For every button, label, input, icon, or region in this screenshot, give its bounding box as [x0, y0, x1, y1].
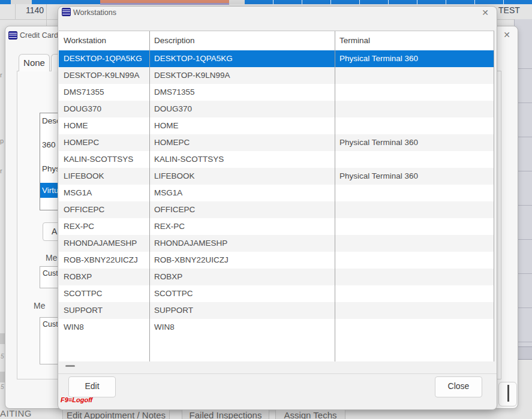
table-row[interactable]: MSG1AMSG1A: [59, 185, 494, 201]
cell-workstation: DESKTOP-1QPA5KG: [64, 54, 142, 63]
cell-description: RHONDAJAMESHP: [154, 239, 227, 248]
table-row[interactable]: DESKTOP-K9LN99ADESKTOP-K9LN99A: [59, 67, 494, 84]
table-row[interactable]: REX-PCREX-PC: [59, 218, 494, 235]
cell-workstation: HOMEPC: [64, 138, 99, 147]
status-text-waiting: AITING: [0, 408, 32, 418]
cell-workstation: KALIN-SCOTTSYS: [64, 155, 133, 164]
cell-workstation: DESKTOP-K9LN99A: [64, 71, 140, 80]
workstations-close-icon[interactable]: ✕: [480, 7, 491, 18]
table-row[interactable]: DOUG370DOUG370: [59, 101, 494, 117]
table-row[interactable]: ROB-XBNY22UICZJROB-XBNY22UICZJ: [59, 252, 494, 269]
cell-workstation: LIFEBOOK: [64, 171, 104, 180]
strip-segment: [0, 0, 11, 4]
resize-grip[interactable]: [65, 365, 75, 367]
cell-description: ROBXP: [154, 272, 182, 281]
cc-label-me-1: Me: [46, 253, 57, 263]
gutter-letter-p: p: [0, 137, 4, 144]
edit-button[interactable]: Edit: [68, 376, 116, 397]
table-row[interactable]: DMS71355DMS71355: [59, 84, 494, 101]
screen: 1140 TEST r p r 5 5 Credit Card ✕ None D…: [0, 0, 532, 419]
workstations-table-header: Workstation Description Terminal: [59, 31, 494, 51]
strip-segment: [32, 0, 100, 4]
strip-segment-underline: [100, 3, 229, 5]
strip-segment: [229, 0, 245, 4]
cell-description: SUPPORT: [154, 306, 193, 315]
table-row[interactable]: LIFEBOOKLIFEBOOKPhysical Terminal 360: [59, 168, 494, 185]
gutter-stripe-1: [0, 333, 5, 344]
cell-description: OFFICEPC: [154, 205, 195, 214]
tab-none[interactable]: None: [19, 54, 50, 71]
cell-terminal: Physical Terminal 360: [339, 138, 418, 147]
table-row[interactable]: SCOTTPCSCOTTPC: [59, 285, 494, 302]
credit-card-window-title: Credit Card: [20, 31, 58, 40]
table-row[interactable]: SUPPORTSUPPORT: [59, 302, 494, 319]
table-row[interactable]: HOMEHOME: [59, 117, 494, 134]
cell-workstation: WIN8: [64, 322, 84, 331]
column-header-workstation: Workstation: [64, 36, 106, 45]
close-button[interactable]: Close: [435, 376, 482, 397]
cell-terminal: Physical Terminal 360: [339, 171, 418, 180]
scheduler-vline-2: [46, 4, 47, 26]
gutter-number-1: 5: [1, 353, 4, 360]
background-button-fragment-glyph: [507, 385, 509, 402]
scheduler-cell-1140: 1140: [26, 5, 44, 15]
table-row[interactable]: RHONDAJAMESHPRHONDAJAMESHP: [59, 235, 494, 252]
gutter-letter-r2: r: [0, 167, 2, 174]
cell-description: MSG1A: [154, 188, 182, 197]
cc-label-me-2: Me: [34, 301, 45, 311]
cell-description: DESKTOP-K9LN99A: [154, 71, 230, 80]
list-item[interactable]: 360: [42, 140, 56, 149]
table-row[interactable]: ROBXPROBXP: [59, 269, 494, 285]
column-header-terminal: Terminal: [339, 36, 370, 45]
gutter-letter-r1: r: [0, 71, 2, 79]
table-row[interactable]: KALIN-SCOTTSYSKALIN-SCOTTSYS: [59, 151, 494, 168]
strip-segment: [245, 0, 532, 4]
cell-description: REX-PC: [154, 222, 185, 231]
cell-description: ROB-XBNY22UICZJ: [154, 255, 229, 264]
scheduler-top-strip: [0, 0, 532, 4]
cell-description: WIN8: [154, 322, 175, 331]
cell-description: LIFEBOOK: [154, 171, 195, 180]
credit-card-close-icon[interactable]: ✕: [501, 29, 512, 40]
table-row[interactable]: OFFICEPCOFFICEPC: [59, 201, 494, 218]
workstations-dialog: Workstations ✕ Workstation Description T…: [58, 6, 497, 410]
column-header-description: Description: [154, 36, 195, 45]
cell-description: KALIN-SCOTTSYS: [154, 155, 224, 164]
table-row[interactable]: WIN8WIN8: [59, 319, 494, 336]
gutter-stripe-2: [0, 372, 5, 382]
cell-workstation: DMS71355: [64, 88, 104, 97]
cell-description: DESKTOP-1QPA5KG: [154, 54, 233, 63]
cell-workstation: OFFICEPC: [64, 205, 104, 214]
cell-workstation: SCOTTPC: [64, 289, 103, 298]
cell-workstation: RHONDAJAMESHP: [64, 239, 137, 248]
column-separator-2: [335, 31, 335, 361]
background-button-fragment: [498, 382, 517, 406]
cell-workstation: HOME: [64, 121, 88, 130]
scheduler-cell-test: TEST: [498, 5, 520, 15]
scheduler-vline-1: [15, 4, 16, 19]
cell-workstation: DOUG370: [64, 104, 101, 113]
cell-description: DOUG370: [154, 104, 192, 113]
cell-workstation: SUPPORT: [64, 306, 103, 315]
cell-terminal: Physical Terminal 360: [339, 54, 418, 63]
cell-workstation: ROB-XBNY22UICZJ: [64, 255, 138, 264]
table-row[interactable]: HOMEPCHOMEPCPhysical Terminal 360: [59, 134, 494, 151]
workstations-dialog-icon: [62, 8, 71, 16]
strip-segment: [100, 0, 229, 3]
cell-description: HOMEPC: [154, 138, 190, 147]
workstations-table: Workstation Description Terminal DESKTOP…: [59, 31, 494, 361]
footer-divider: [58, 373, 497, 374]
logoff-hint: F9=Logoff: [61, 396, 92, 403]
cell-workstation: ROBXP: [64, 272, 92, 281]
gutter-number-2: 5: [1, 384, 4, 390]
cell-workstation: REX-PC: [64, 222, 94, 231]
cell-description: DMS71355: [154, 88, 195, 97]
column-separator-1: [149, 31, 150, 361]
table-row[interactable]: DESKTOP-1QPA5KGDESKTOP-1QPA5KGPhysical T…: [59, 50, 494, 67]
workstations-dialog-title: Workstations: [73, 8, 116, 17]
cell-description: SCOTTPC: [154, 289, 193, 298]
strip-segment: [11, 0, 32, 4]
cell-workstation: MSG1A: [64, 188, 92, 197]
credit-card-window-icon: [8, 31, 17, 40]
cell-description: HOME: [154, 121, 179, 130]
